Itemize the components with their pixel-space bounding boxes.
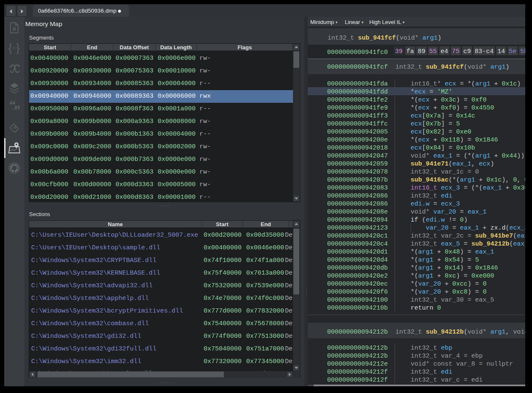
svg-text:{: { [8,42,12,54]
svg-text:#: # [13,25,16,32]
